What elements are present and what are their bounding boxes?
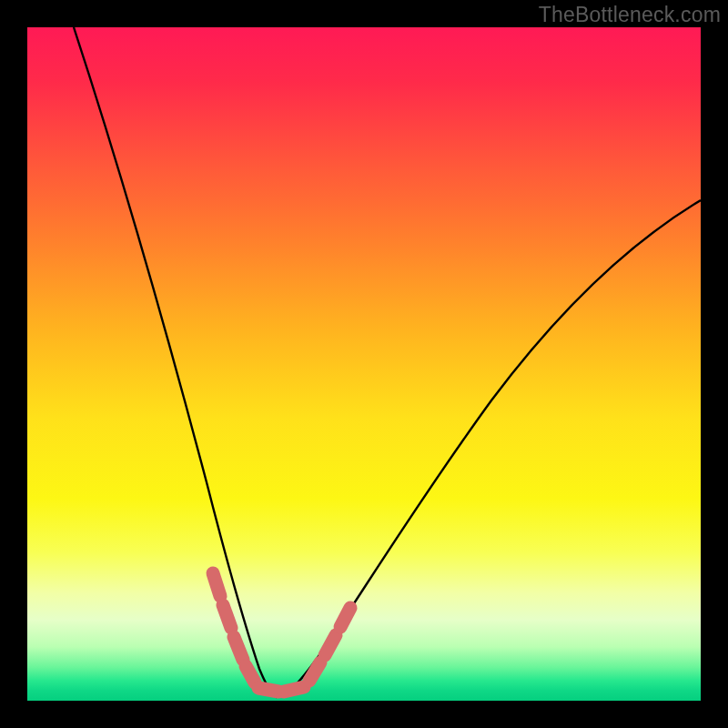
- sweet-spot-markers: [213, 573, 350, 692]
- svg-line-3: [246, 666, 255, 682]
- svg-line-2: [234, 637, 243, 660]
- svg-line-5: [284, 687, 304, 692]
- watermark-text: TheBottleneck.com: [539, 3, 721, 27]
- svg-line-7: [325, 635, 336, 655]
- svg-line-4: [258, 688, 278, 692]
- bottleneck-curve-left: [74, 27, 276, 697]
- chart-plot-area: [27, 27, 701, 701]
- svg-line-1: [223, 605, 231, 628]
- svg-line-0: [213, 573, 220, 596]
- svg-line-8: [340, 608, 350, 627]
- chart-svg: [27, 27, 701, 701]
- chart-frame: TheBottleneck.com: [0, 0, 728, 728]
- svg-line-6: [309, 662, 320, 681]
